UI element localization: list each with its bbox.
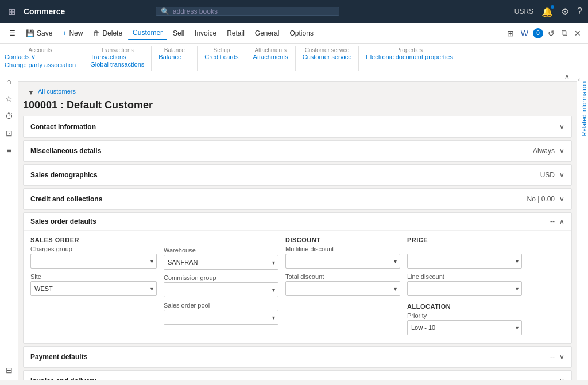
col-warehouse: Warehouse SANFRAN Commission group [164, 236, 278, 335]
total-discount-field: Total discount [285, 273, 400, 296]
price-select[interactable] [407, 254, 522, 269]
tab-general[interactable]: General [250, 27, 284, 40]
ribbon-item-contacts: Contacts ∨ Change party association [5, 53, 76, 68]
user-label: USRS [514, 7, 533, 15]
section-invoice-value: -- [550, 377, 555, 380]
word-icon[interactable]: W [519, 26, 531, 40]
site-select[interactable]: WEST [30, 281, 157, 296]
credit-cards-link[interactable]: Credit cards [204, 53, 238, 60]
search-input[interactable] [173, 7, 334, 15]
commission-group-select-wrapper [164, 282, 278, 297]
line-discount-select[interactable] [407, 281, 522, 296]
section-sales-demo-header[interactable]: Sales demographics USD ∨ [24, 165, 571, 185]
global-transactions-link[interactable]: Global transactions [90, 61, 144, 68]
change-party-link[interactable]: Change party association [5, 61, 76, 68]
tab-options[interactable]: Options [285, 27, 318, 40]
warehouse-select[interactable]: SANFRAN [164, 255, 278, 270]
sidebar-star-icon[interactable]: ☆ [1, 91, 17, 107]
sidebar-list-icon[interactable]: ≡ [1, 142, 17, 158]
multiline-discount-select[interactable] [285, 254, 400, 269]
charges-group-label: Charges group [30, 246, 157, 252]
section-contact-header[interactable]: Contact information ∨ [24, 116, 571, 137]
breadcrumb[interactable]: All customers [38, 88, 76, 95]
right-panel[interactable]: ‹ Related information [577, 71, 588, 380]
balance-link[interactable]: Balance [158, 53, 181, 60]
popout-icon[interactable]: ⧉ [559, 26, 570, 40]
action-bar-right: ⊞ W 0 ↺ ⧉ ✕ [505, 26, 583, 40]
transactions-link[interactable]: Transactions [90, 53, 126, 60]
section-invoice-header[interactable]: Invoice and delivery -- ∨ [24, 371, 571, 380]
contacts-link[interactable]: Contacts ∨ [5, 53, 36, 61]
bell-icon[interactable]: 🔔 [541, 6, 553, 17]
sales-order-header[interactable]: Sales order defaults -- ∧ [24, 213, 571, 231]
sales-order-label: SALES ORDER [30, 236, 157, 243]
search-bar[interactable]: 🔍 [156, 7, 339, 16]
hamburger-button[interactable]: ☰ [5, 27, 20, 40]
tab-invoice[interactable]: Invoice [190, 27, 221, 40]
multiline-discount-select-wrapper [285, 254, 400, 269]
sales-order-pool-select-wrapper [164, 310, 278, 325]
sidebar-grid-icon[interactable]: ⊡ [1, 125, 17, 141]
allocation-section: ALLOCATION Priority Low - 10 [407, 303, 522, 335]
commission-group-select[interactable] [164, 282, 278, 297]
section-sales-order: Sales order defaults -- ∧ SALES ORDER Ch… [23, 212, 572, 344]
col-sales-order: SALES ORDER Charges group Site [30, 236, 157, 335]
settings-icon[interactable]: ⚙ [561, 6, 569, 17]
total-discount-select[interactable] [285, 281, 400, 296]
section-sales-demo: Sales demographics USD ∨ [23, 164, 572, 186]
commission-group-field: Commission group [164, 274, 278, 297]
badge-icon[interactable]: 0 [533, 28, 543, 38]
left-sidebar: ⌂ ☆ ⏱ ⊡ ≡ ⊟ [0, 71, 18, 380]
sidebar-filter-icon[interactable]: ⊟ [1, 362, 17, 378]
line-discount-select-wrapper [407, 281, 522, 296]
refresh-icon[interactable]: ↺ [546, 26, 557, 40]
discount-label: DISCOUNT [285, 236, 400, 243]
electronic-doc-link[interactable]: Electronic document properties [366, 53, 453, 60]
related-info-label: Related information [581, 81, 587, 136]
section-credit-header[interactable]: Credit and collections No | 0.00 ∨ [24, 189, 571, 209]
collapse-top-icon[interactable]: ∧ [564, 72, 570, 80]
tab-sell[interactable]: Sell [168, 27, 189, 40]
delete-icon: 🗑 [93, 29, 100, 37]
charges-group-select-wrapper [30, 254, 157, 269]
tab-retail[interactable]: Retail [222, 27, 249, 40]
section-credit: Credit and collections No | 0.00 ∨ [23, 188, 572, 210]
sidebar-home-icon[interactable]: ⌂ [1, 73, 17, 90]
priority-label: Priority [407, 312, 522, 319]
multiline-discount-field: Multiline discount [285, 246, 400, 269]
priority-select[interactable]: Low - 10 [407, 320, 522, 335]
ribbon-group-properties: Properties Electronic document propertie… [359, 46, 460, 71]
section-invoice: Invoice and delivery -- ∨ [23, 370, 572, 380]
section-payment-value: -- [550, 353, 555, 361]
close-icon[interactable]: ✕ [572, 26, 583, 40]
help-icon[interactable]: ? [577, 6, 582, 17]
section-sales-demo-chevron: ∨ [559, 171, 564, 179]
ribbon-group-properties-label: Properties [366, 47, 453, 53]
section-sales-demo-value: USD [540, 171, 555, 179]
share-icon[interactable]: ⊞ [505, 26, 516, 40]
attachments-link[interactable]: Attachments [253, 53, 288, 60]
charges-group-select[interactable] [30, 254, 157, 269]
ribbon-group-attachments: Attachments Attachments [246, 46, 296, 71]
section-payment-title: Payment defaults [30, 353, 87, 361]
tab-customer[interactable]: Customer [128, 26, 167, 40]
site-select-wrapper: WEST [30, 281, 157, 296]
section-payment-header[interactable]: Payment defaults -- ∨ [24, 347, 571, 367]
ribbon: Accounts Contacts ∨ Change party associa… [0, 44, 588, 71]
sales-order-pool-select[interactable] [164, 310, 278, 325]
sidebar-clock-icon[interactable]: ⏱ [1, 108, 17, 124]
save-button[interactable]: 💾 Save [21, 27, 57, 40]
filter-icon[interactable]: ▼ [28, 88, 34, 96]
ribbon-group-attachments-label: Attachments [253, 47, 288, 53]
sales-order-pool-field: Sales order pool [164, 302, 278, 325]
customer-service-link[interactable]: Customer service [303, 53, 352, 60]
grid-icon[interactable]: ⊞ [6, 4, 18, 20]
warehouse-select-wrapper: SANFRAN [164, 255, 278, 270]
section-contact-chevron: ∨ [559, 123, 564, 131]
section-misc-header[interactable]: Miscellaneous details Always ∨ [24, 141, 571, 161]
delete-button[interactable]: 🗑 Delete [88, 27, 127, 40]
ribbon-group-balance-label: Balance [158, 47, 190, 53]
charges-group-field: Charges group [30, 246, 157, 269]
new-button[interactable]: + Customer New [58, 27, 87, 40]
action-bar: ☰ 💾 Save + Customer New 🗑 Delete Custome… [0, 23, 588, 44]
